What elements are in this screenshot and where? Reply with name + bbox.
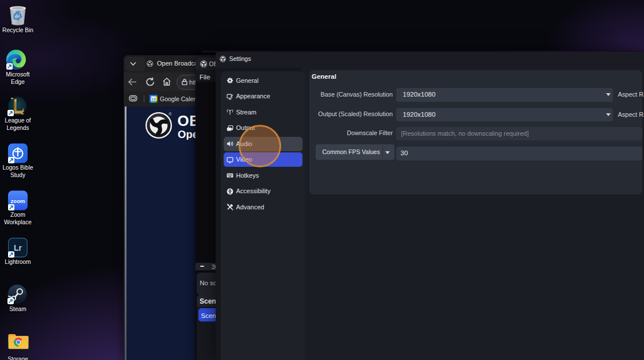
svg-text:Lr: Lr: [14, 243, 22, 252]
svg-text:zoom: zoom: [11, 198, 25, 204]
svg-text:19: 19: [151, 97, 156, 101]
